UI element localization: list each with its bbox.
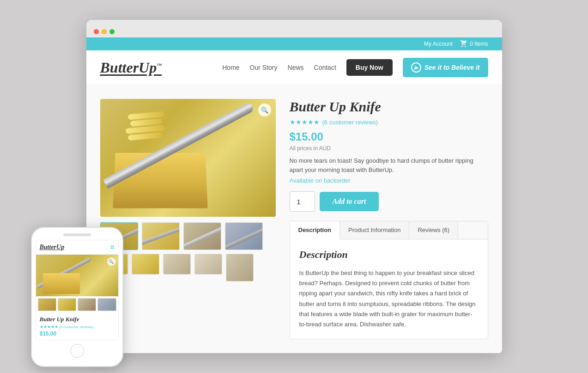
play-icon: ▶ xyxy=(411,62,421,73)
cart-items-count: 0 Items xyxy=(470,41,488,47)
price-note: All prices in AUD xyxy=(290,145,488,152)
browser-dot-red[interactable] xyxy=(94,29,99,34)
nav-contact[interactable]: Contact xyxy=(314,64,336,71)
add-to-cart-button[interactable]: Add to cart xyxy=(320,192,379,211)
reviews-count-text: 6 customer reviews xyxy=(324,119,376,126)
site-logo[interactable]: ButterUp™ xyxy=(100,59,162,76)
main-nav: Home Our Story News Contact Buy Now ▶ Se… xyxy=(222,58,488,77)
logo-text: ButterUp xyxy=(100,59,157,76)
tab-content-body: Is ButterUp the best thing to happen to … xyxy=(299,268,479,330)
mobile-main-image[interactable]: 🔍 xyxy=(36,255,118,296)
tabs-header: Description Product Information Reviews … xyxy=(290,221,488,239)
mobile-search-btn[interactable]: 🔍 xyxy=(107,257,115,266)
mobile-reviews-text: (6 customer reviews) xyxy=(59,325,93,329)
mobile-star-rating: ★★★★★ (6 customer reviews) xyxy=(40,324,115,329)
mobile-butter-block xyxy=(43,273,80,294)
mobile-menu-icon[interactable]: ≡ xyxy=(110,243,114,251)
mobile-thumb-2[interactable] xyxy=(58,298,76,311)
stars-row: ★★★★★ (6 customer reviews) xyxy=(290,118,488,126)
main-product-image[interactable]: 🔍 xyxy=(100,99,276,217)
site-header: ButterUp™ Home Our Story News Contact Bu… xyxy=(86,50,502,85)
nav-our-story[interactable]: Our Story xyxy=(250,64,278,71)
image-zoom-button[interactable]: 🔍 xyxy=(258,104,271,116)
product-tabs: Description Product Information Reviews … xyxy=(290,221,488,339)
add-to-cart-row: Add to cart xyxy=(290,191,488,212)
thumbnail-7[interactable] xyxy=(163,254,191,275)
mobile-device: ButterUp ≡ 🔍 Butter Up Knife ★★★★★ (6 cu… xyxy=(31,227,123,367)
tab-product-information[interactable]: Product Information xyxy=(340,221,409,239)
cart-icon xyxy=(460,40,467,48)
thumbnail-4[interactable] xyxy=(225,222,263,250)
mobile-thumb-3[interactable] xyxy=(78,298,96,311)
product-description: No more tears on toast! Say goodbye to h… xyxy=(290,156,488,174)
knife-illustration xyxy=(100,99,276,217)
product-title: Butter Up Knife xyxy=(290,99,488,115)
tab-description[interactable]: Description xyxy=(290,221,340,239)
see-it-button[interactable]: ▶ See it to Believe it xyxy=(403,58,488,77)
browser-chrome xyxy=(86,20,502,37)
main-content: 🔍 xyxy=(86,85,502,353)
thumbnail-row-1 xyxy=(100,222,276,250)
mobile-thumb-4[interactable] xyxy=(97,298,116,311)
cart-area[interactable]: 0 Items xyxy=(460,40,488,48)
thumbnail-3[interactable] xyxy=(183,222,221,250)
thumbnail-row-2 xyxy=(100,254,276,281)
thumbnail-2[interactable] xyxy=(142,222,180,250)
product-gallery: 🔍 xyxy=(100,99,276,339)
mobile-product-name: Butter Up Knife xyxy=(40,316,115,323)
mobile-logo: ButterUp xyxy=(40,244,65,251)
mobile-notch xyxy=(63,233,91,236)
browser-dot-green[interactable] xyxy=(109,29,115,34)
backorder-link[interactable]: Available on backorder xyxy=(290,177,488,184)
quantity-input[interactable] xyxy=(290,191,315,212)
butter-block xyxy=(113,153,207,208)
nav-home[interactable]: Home xyxy=(222,64,239,71)
thumb-knife-4 xyxy=(225,226,263,250)
thumb-knife-2 xyxy=(142,226,180,245)
butter-curls xyxy=(128,113,165,139)
mobile-price: $15.00 xyxy=(40,330,115,337)
mobile-thumb-1[interactable] xyxy=(38,298,56,311)
star-rating: ★★★★★ xyxy=(290,118,320,126)
reviews-link[interactable]: (6 customer reviews) xyxy=(322,119,378,126)
tab-content-title: Description xyxy=(299,249,479,261)
thumbnail-9[interactable] xyxy=(226,254,254,281)
mobile-home-button[interactable] xyxy=(70,344,84,358)
buy-now-button[interactable]: Buy Now xyxy=(346,59,393,76)
top-bar: My Account 0 Items xyxy=(86,37,502,50)
product-details: Butter Up Knife ★★★★★ (6 customer review… xyxy=(290,99,488,339)
mobile-screen: ButterUp ≡ 🔍 Butter Up Knife ★★★★★ (6 cu… xyxy=(36,240,119,340)
nav-news[interactable]: News xyxy=(288,64,304,71)
tab-reviews[interactable]: Reviews (6) xyxy=(409,221,458,239)
see-it-label: See it to Believe it xyxy=(424,64,480,71)
mobile-product-info: Butter Up Knife ★★★★★ (6 customer review… xyxy=(36,313,118,340)
browser-window: My Account 0 Items ButterUp™ Home Our St… xyxy=(86,20,502,353)
browser-dot-yellow[interactable] xyxy=(102,29,107,34)
website-content: My Account 0 Items ButterUp™ Home Our St… xyxy=(86,37,502,353)
tab-content-area: Description Is ButterUp the best thing t… xyxy=(290,239,488,339)
mobile-header: ButterUp ≡ xyxy=(36,240,118,255)
my-account-link[interactable]: My Account xyxy=(424,41,453,47)
curl-4 xyxy=(127,132,163,141)
thumbnail-8[interactable] xyxy=(194,254,222,275)
product-price: $15.00 xyxy=(290,130,488,143)
logo-trademark: ™ xyxy=(157,62,162,68)
thumb-knife-3 xyxy=(183,226,221,249)
thumbnail-6[interactable] xyxy=(132,254,159,275)
mobile-thumbnail-row xyxy=(36,296,118,313)
